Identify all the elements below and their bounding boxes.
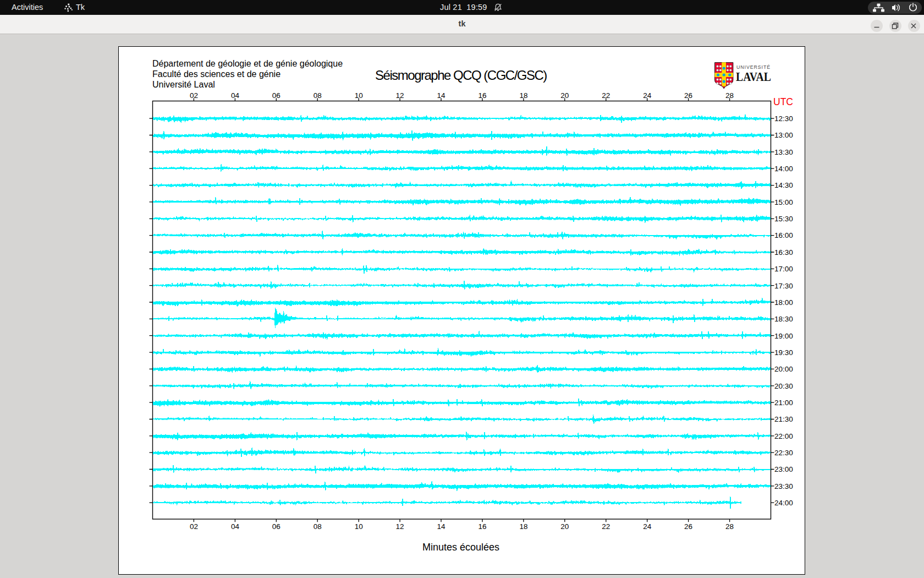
svg-text:16: 16 [478,522,486,531]
svg-text:21:30: 21:30 [774,415,793,423]
svg-text:04: 04 [231,522,240,531]
svg-text:17:30: 17:30 [774,282,793,290]
svg-text:22:30: 22:30 [774,449,793,457]
svg-text:19:30: 19:30 [774,348,793,357]
svg-text:Université Laval: Université Laval [152,80,215,89]
svg-text:18: 18 [519,91,527,100]
svg-text:02: 02 [190,91,198,100]
svg-text:08: 08 [314,522,322,531]
svg-text:15:00: 15:00 [774,198,793,206]
svg-text:19:00: 19:00 [774,332,793,340]
svg-text:UTC: UTC [773,96,793,107]
svg-text:24: 24 [643,91,652,100]
svg-text:14:30: 14:30 [774,181,793,189]
svg-text:12: 12 [396,522,404,531]
svg-text:10: 10 [355,522,363,531]
svg-text:Séismographe QCQ (CGC/GSC): Séismographe QCQ (CGC/GSC) [375,68,547,83]
svg-text:18:30: 18:30 [774,315,793,323]
svg-text:14: 14 [437,91,446,100]
svg-text:16:30: 16:30 [774,248,793,257]
svg-text:18: 18 [519,522,527,531]
svg-text:26: 26 [684,522,692,531]
svg-text:12: 12 [396,91,404,100]
svg-text:16: 16 [478,91,486,100]
svg-text:02: 02 [190,522,198,531]
svg-text:Faculté des sciences et de gén: Faculté des sciences et de génie [152,69,280,79]
svg-text:23:00: 23:00 [774,465,793,473]
svg-text:28: 28 [725,91,734,100]
svg-text:23:30: 23:30 [774,482,793,490]
svg-text:22: 22 [602,522,610,531]
svg-text:14:00: 14:00 [774,165,793,173]
svg-text:08: 08 [314,91,322,100]
svg-text:28: 28 [725,522,734,531]
svg-text:13:30: 13:30 [774,148,793,156]
svg-text:22:00: 22:00 [774,432,793,440]
svg-text:06: 06 [272,91,280,100]
svg-text:LAVAL: LAVAL [736,69,771,84]
svg-text:20: 20 [560,522,569,531]
svg-text:10: 10 [355,91,363,100]
svg-text:24:00: 24:00 [774,499,793,507]
svg-text:12:30: 12:30 [774,114,793,123]
svg-text:Département de géologie et de: Département de géologie et de génie géol… [152,59,343,68]
svg-text:04: 04 [231,91,240,100]
svg-text:14: 14 [437,522,446,531]
svg-text:22: 22 [602,91,610,100]
svg-text:20:00: 20:00 [774,365,793,373]
svg-text:21:00: 21:00 [774,399,793,407]
svg-text:24: 24 [643,522,652,531]
svg-text:18:00: 18:00 [774,298,793,307]
svg-text:16:00: 16:00 [774,231,793,239]
svg-text:Minutes écoulées: Minutes écoulées [422,542,499,553]
svg-text:13:00: 13:00 [774,131,793,139]
svg-text:15:30: 15:30 [774,215,793,223]
svg-text:06: 06 [272,522,280,531]
svg-text:20:30: 20:30 [774,382,793,390]
svg-text:17:00: 17:00 [774,265,793,273]
svg-text:26: 26 [684,91,692,100]
svg-text:20: 20 [560,91,569,100]
